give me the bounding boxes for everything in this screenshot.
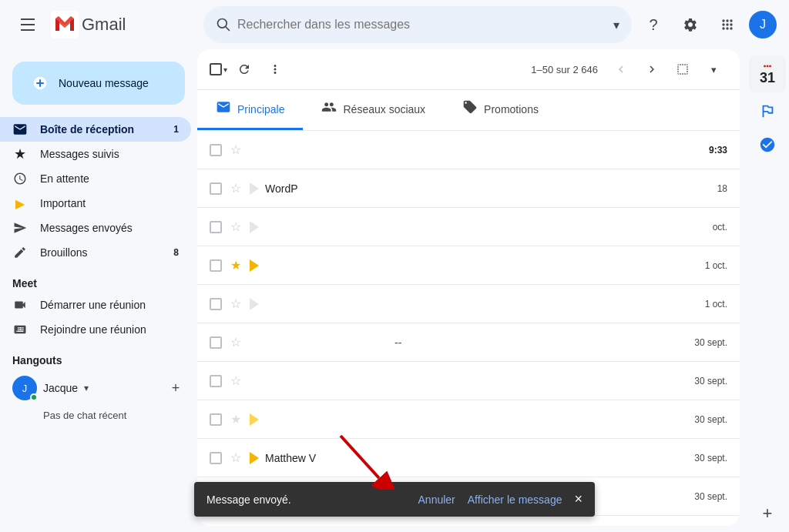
table-row[interactable]: ☆ 26 sept. xyxy=(197,516,740,526)
gmail-m-icon xyxy=(51,11,79,38)
help-button[interactable]: ? xyxy=(638,9,669,40)
star-button[interactable]: ☆ xyxy=(228,219,243,235)
table-row[interactable]: ☆ 9:33 xyxy=(197,131,740,169)
sidebar-item-join-meeting[interactable]: Rejoindre une réunion xyxy=(0,317,191,342)
star-button[interactable]: ☆ xyxy=(228,296,243,312)
row-checkbox[interactable] xyxy=(210,144,222,156)
hangouts-section-title: Hangouts xyxy=(0,342,197,370)
email-time: 30 sept. xyxy=(694,491,727,502)
email-time: 1 oct. xyxy=(705,260,727,271)
add-chat-button[interactable]: + xyxy=(166,379,185,397)
prev-page-button[interactable] xyxy=(607,55,635,83)
email-time: 18 xyxy=(717,183,727,194)
row-checkbox[interactable] xyxy=(210,375,222,387)
sidebar-item-inbox[interactable]: Boîte de réception 1 xyxy=(0,117,191,142)
row-checkbox[interactable] xyxy=(210,336,222,349)
email-time: 1 oct. xyxy=(705,299,727,309)
pagination-text: 1–50 sur 2 646 xyxy=(531,64,598,75)
view-dropdown-button[interactable]: ▾ xyxy=(700,55,727,83)
menu-button[interactable] xyxy=(12,9,43,40)
header: Gmail ▾ ? J xyxy=(0,0,789,49)
row-checkbox[interactable] xyxy=(210,182,222,195)
row-checkbox[interactable] xyxy=(210,413,222,426)
hangouts-name: Jacque xyxy=(43,382,78,394)
compose-button[interactable]: Nouveau message xyxy=(12,62,185,105)
star-button[interactable]: ★ xyxy=(228,258,243,273)
principale-tab-icon xyxy=(216,99,231,119)
table-row[interactable]: ★ 1 oct. xyxy=(197,246,740,285)
row-checkbox[interactable] xyxy=(210,259,222,272)
table-row[interactable]: ☆ 1 oct. xyxy=(197,285,740,323)
star-button[interactable]: ★ xyxy=(228,412,243,427)
keyboard-icon xyxy=(12,322,28,337)
start-meeting-label: Démarrer une réunion xyxy=(40,299,146,311)
email-time: 30 sept. xyxy=(694,376,727,386)
tab-reseaux[interactable]: Réseaux sociaux xyxy=(303,90,444,130)
more-options-button[interactable] xyxy=(261,55,289,83)
star-button[interactable]: ☆ xyxy=(228,142,243,158)
snackbar-annuler-button[interactable]: Annuler xyxy=(418,494,455,506)
table-row[interactable]: ☆ Matthew V 30 sept. xyxy=(197,439,740,477)
table-row[interactable]: ☆ WordP 18 xyxy=(197,169,740,208)
contacts-button[interactable] xyxy=(752,129,783,160)
add-app-button[interactable]: + xyxy=(755,501,780,526)
view-options-button[interactable] xyxy=(669,55,697,83)
select-all-checkbox[interactable] xyxy=(210,63,222,75)
user-avatar[interactable]: J xyxy=(749,11,777,38)
tab-principale[interactable]: Principale xyxy=(197,90,303,130)
important-marker xyxy=(250,221,259,233)
email-time: 9:33 xyxy=(709,145,727,156)
sent-label: Messages envoyés xyxy=(40,222,133,234)
apps-button[interactable] xyxy=(712,9,743,40)
email-subject: -- xyxy=(394,336,688,349)
star-button[interactable]: ☆ xyxy=(228,181,243,196)
tab-principale-label: Principale xyxy=(237,103,284,115)
search-input[interactable] xyxy=(237,18,607,32)
sidebar-item-drafts[interactable]: Brouillons 8 xyxy=(0,240,191,265)
settings-button[interactable] xyxy=(675,9,706,40)
drafts-badge: 8 xyxy=(173,247,179,258)
snooze-icon xyxy=(12,171,28,186)
important-marker xyxy=(250,259,259,272)
row-checkbox[interactable] xyxy=(210,452,222,464)
calendar-button[interactable]: ▪▪▪ 31 xyxy=(749,55,786,92)
search-dropdown-icon[interactable]: ▾ xyxy=(613,18,619,32)
star-button[interactable]: ☆ xyxy=(228,335,243,350)
sidebar-item-start-meeting[interactable]: Démarrer une réunion xyxy=(0,293,191,317)
sidebar-item-starred[interactable]: ★ Messages suivis xyxy=(0,142,191,166)
star-button[interactable]: ☆ xyxy=(228,450,243,466)
tab-promotions[interactable]: Promotions xyxy=(444,90,557,130)
tasks-button[interactable] xyxy=(752,95,783,126)
refresh-button[interactable] xyxy=(230,55,258,83)
tab-reseaux-label: Réseaux sociaux xyxy=(343,103,425,115)
email-time: oct. xyxy=(713,222,727,233)
sidebar-item-important[interactable]: ▶ Important xyxy=(0,191,191,216)
compose-icon xyxy=(31,74,49,92)
table-row[interactable]: ☆ oct. xyxy=(197,208,740,246)
next-page-button[interactable] xyxy=(638,55,666,83)
right-sidebar: ▪▪▪ 31 + xyxy=(746,49,789,532)
search-bar[interactable]: ▾ xyxy=(203,6,632,43)
select-all-checkbox-wrap[interactable]: ▾ xyxy=(210,63,227,75)
header-left: Gmail xyxy=(12,9,197,40)
snackbar-afficher-button[interactable]: Afficher le message xyxy=(468,494,562,506)
table-row[interactable]: ☆ 30 sept. xyxy=(197,362,740,400)
hangouts-user[interactable]: J Jacque ▾ + xyxy=(0,370,197,407)
important-marker xyxy=(250,452,259,464)
sidebar-item-sent[interactable]: Messages envoyés xyxy=(0,216,191,240)
row-checkbox[interactable] xyxy=(210,221,222,233)
toolbar-left: ▾ xyxy=(210,55,522,83)
row-checkbox[interactable] xyxy=(210,298,222,310)
table-row[interactable]: ★ 30 sept. xyxy=(197,400,740,439)
gmail-logo[interactable]: Gmail xyxy=(51,11,126,38)
arrow-pointer-icon xyxy=(333,428,394,490)
snackbar-close-button[interactable]: × xyxy=(574,491,583,507)
inbox-label: Boîte de réception xyxy=(40,123,134,136)
sidebar-item-snoozed[interactable]: En attente xyxy=(0,166,191,191)
star-button[interactable]: ☆ xyxy=(228,373,243,389)
video-icon xyxy=(12,297,28,313)
inbox-badge: 1 xyxy=(173,124,179,135)
hangouts-avatar: J xyxy=(12,376,37,400)
table-row[interactable]: ☆ -- 30 sept. xyxy=(197,323,740,362)
select-dropdown-icon[interactable]: ▾ xyxy=(223,65,227,74)
